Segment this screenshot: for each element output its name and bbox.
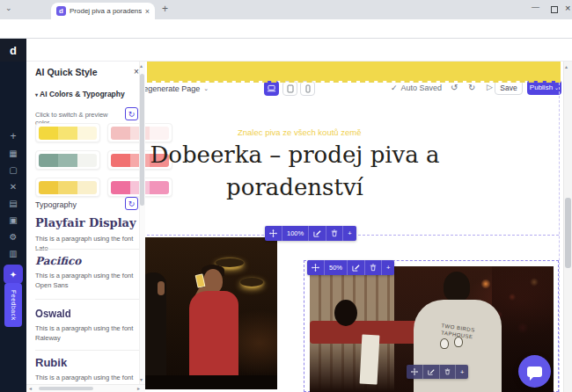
color-swatch[interactable]: [77, 181, 97, 194]
edit-section-icon[interactable]: [309, 226, 326, 241]
delete-section-icon[interactable]: [326, 226, 343, 241]
figure-silhouette: [334, 300, 357, 326]
font-card-name[interactable]: Rubik: [35, 356, 67, 369]
hero-image-left[interactable]: [145, 237, 277, 389]
sidebar-embed-icon[interactable]: ✕: [0, 182, 26, 192]
divider: [35, 249, 139, 250]
new-tab-button[interactable]: +: [162, 3, 168, 15]
panel-section-header[interactable]: ▾ AI Colors & Typography: [35, 90, 125, 98]
font-card-name[interactable]: Playfair Display: [35, 216, 136, 229]
font-card-desc: This is a paragraph using the font Ralew…: [35, 323, 136, 343]
sidebar-settings-gear-icon[interactable]: ⚙: [0, 232, 26, 242]
section-label: AI Colors & Typography: [40, 90, 125, 98]
add-image-icon[interactable]: +: [382, 260, 394, 275]
color-swatch[interactable]: [58, 127, 77, 140]
window-minimize-button[interactable]: —: [532, 3, 539, 11]
window-close-button[interactable]: ×: [565, 3, 570, 13]
bird-print-shape: [454, 337, 463, 347]
scroll-right-icon[interactable]: ▸: [137, 385, 140, 391]
color-swatch[interactable]: [39, 181, 58, 194]
device-desktop-button[interactable]: [264, 81, 279, 96]
device-tablet-button[interactable]: [282, 81, 297, 96]
figure-silhouette: [145, 272, 166, 389]
typography-label: Typography: [35, 200, 77, 209]
font-card-name[interactable]: Oswald: [35, 307, 71, 320]
hero-heading-line2: poradenství: [150, 171, 440, 204]
undo-icon[interactable]: ↺: [451, 83, 458, 92]
font-card-desc: This is a paragraph using the font: [35, 373, 136, 382]
chat-widget-button[interactable]: [518, 355, 551, 388]
tab-title: Prodej piva a poradenství z ma: [70, 7, 142, 15]
add-column-icon[interactable]: +: [456, 365, 468, 379]
color-swatch[interactable]: [39, 154, 58, 167]
laptop-icon: [267, 84, 276, 92]
color-palette[interactable]: [35, 178, 100, 197]
hero-heading-line1: Dobeerka – prodej piva a: [150, 139, 440, 171]
color-swatch[interactable]: [39, 127, 58, 140]
move-handle-icon[interactable]: [265, 226, 282, 241]
bar-counter-shape: [145, 375, 277, 389]
column-toolbar: +: [407, 365, 468, 379]
chevron-down-icon: ⌄: [203, 85, 209, 92]
sidebar-blocks-icon[interactable]: ▦: [0, 149, 26, 158]
mobile-icon: [305, 84, 311, 93]
section-width-value[interactable]: 100%: [282, 226, 309, 241]
sidebar-media-icon[interactable]: ▣: [0, 215, 26, 225]
feedback-button[interactable]: Feedback: [4, 283, 22, 327]
delete-column-icon[interactable]: [440, 365, 456, 379]
color-swatch[interactable]: [111, 181, 130, 194]
sidebar-pages-icon[interactable]: ▢: [0, 165, 26, 175]
add-section-icon[interactable]: +: [343, 226, 356, 241]
sidebar-docs-icon[interactable]: ▤: [0, 199, 26, 208]
color-swatch[interactable]: [58, 181, 77, 194]
tablet-icon: [287, 84, 294, 93]
dorik-favicon: d: [56, 6, 66, 16]
scroll-up-icon[interactable]: ▴: [565, 63, 568, 69]
window-maximize-button[interactable]: [551, 6, 558, 13]
font-card-desc: This is a paragraph using the font Lato: [35, 234, 136, 253]
device-mobile-button[interactable]: [300, 81, 315, 96]
panel-close-icon[interactable]: ×: [134, 67, 139, 76]
hero-tagline[interactable]: Znalec piva ze všech koutů země: [238, 127, 361, 137]
font-card-name[interactable]: Pacifico: [35, 255, 81, 267]
color-swatch[interactable]: [150, 127, 169, 140]
image-width-value[interactable]: 50%: [325, 260, 348, 275]
hero-heading[interactable]: Dobeerka – prodej piva a poradenství: [150, 139, 440, 204]
move-handle-icon[interactable]: [407, 365, 423, 379]
section-dashed-border: [559, 83, 560, 392]
browser-tab-strip: ⌄ d Prodej piva a poradenství z ma × + —…: [0, 0, 572, 19]
color-swatch[interactable]: [77, 127, 97, 140]
canvas-scrollbar-thumb[interactable]: [565, 198, 571, 268]
panel-scrollbar-thumb[interactable]: [39, 387, 93, 390]
color-palette[interactable]: [35, 123, 100, 142]
edit-column-icon[interactable]: [423, 365, 440, 379]
redo-icon[interactable]: ↻: [468, 83, 475, 92]
panel-scrollbar-thumb[interactable]: [140, 74, 144, 206]
color-swatch[interactable]: [58, 154, 77, 167]
scroll-left-icon[interactable]: ◂: [29, 385, 32, 391]
dorik-logo[interactable]: d: [0, 39, 26, 62]
divider: [35, 350, 139, 351]
refresh-typography-button[interactable]: ↻: [125, 197, 138, 210]
scroll-up-icon[interactable]: ▴: [140, 62, 143, 69]
browser-tab[interactable]: d Prodej piva a poradenství z ma ×: [51, 3, 155, 19]
move-handle-icon[interactable]: [307, 260, 325, 275]
section-toolbar: 100% +: [265, 226, 356, 241]
color-palette[interactable]: [35, 150, 100, 170]
sidebar-collections-icon[interactable]: ▥: [0, 249, 26, 258]
color-swatch[interactable]: [111, 127, 130, 140]
refresh-colors-button[interactable]: ↻: [125, 107, 138, 120]
tab-close-icon[interactable]: ×: [145, 7, 150, 16]
tab-search-chevron-icon[interactable]: ⌄: [5, 4, 12, 12]
site-navbar-block[interactable]: [147, 62, 561, 81]
preview-play-icon[interactable]: ▷: [487, 83, 493, 91]
color-swatch[interactable]: [111, 154, 130, 167]
chat-bubble-icon: [527, 367, 542, 377]
sidebar-add-icon[interactable]: +: [0, 130, 26, 142]
divider: [35, 299, 139, 300]
scroll-down-icon[interactable]: ▾: [140, 376, 143, 382]
delete-image-icon[interactable]: [365, 260, 382, 275]
color-swatch[interactable]: [77, 154, 97, 167]
sidebar-ai-wand-button[interactable]: ✦: [4, 265, 23, 284]
edit-image-icon[interactable]: [348, 260, 365, 275]
